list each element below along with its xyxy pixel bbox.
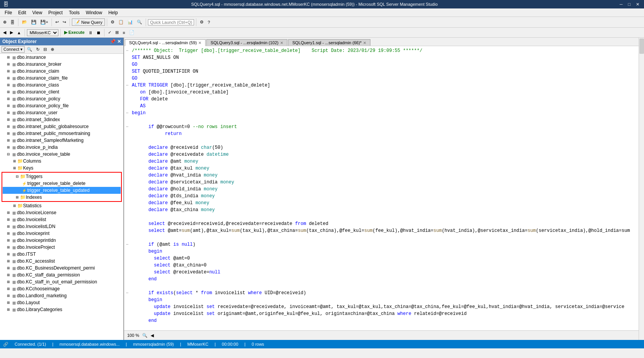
oe-collapse-button[interactable]: ⊟ — [42, 46, 48, 53]
oe-refresh-button[interactable]: ↻ — [35, 46, 41, 53]
tree-item-itst[interactable]: ⊞ ▦ dbo.ITST — [0, 251, 123, 258]
tree-item-layout[interactable]: ⊞ ▦ dbo.Layout — [0, 299, 123, 306]
scrollbar-thumb[interactable] — [639, 38, 644, 54]
tree-item-intranet-public-globalresource[interactable]: ⊞ ▦ dbo.intranet_public_globalresource — [0, 123, 123, 130]
table-icon: ▦ — [11, 68, 17, 74]
collapse-btn-10[interactable]: ─ — [124, 110, 130, 117]
tree-item-indexes[interactable]: ⊞ 📁 Indexes — [3, 194, 121, 201]
save-all-button[interactable]: 💾+ — [39, 19, 50, 25]
tree-item-librarycategories[interactable]: ⊞ ▦ dbo.LibraryCategories — [0, 306, 123, 313]
toolbar-btn-2[interactable]: 📋 — [117, 19, 125, 25]
menu-help[interactable]: Help — [105, 9, 121, 16]
undo-button[interactable]: ↩ — [54, 19, 60, 25]
collapse-btn-29[interactable]: ─ — [124, 241, 130, 248]
up-button[interactable]: ▲ — [15, 30, 23, 36]
tree-item-trigger-updated[interactable]: ⚡ trigger_receive_table_updated — [3, 187, 121, 194]
tree-item-kc-businessdevelopment[interactable]: ⊞ ▦ dbo.KC_BusinessDevelopment_permi — [0, 265, 123, 271]
tree-item-keys[interactable]: ⊞ 📁 Keys — [0, 165, 123, 172]
tree-item-insurance-policy[interactable]: ⊞ ▦ dbo.insurance_policy — [0, 95, 123, 102]
tree-item-insurance-class[interactable]: ⊞ ▦ dbo.insurance_class — [0, 82, 123, 88]
tree-item-insurance-user[interactable]: ⊞ ▦ dbo.insurance_user — [0, 109, 123, 116]
oe-close-button[interactable]: ✕ — [117, 39, 121, 44]
expand-insurance[interactable]: ⊞ — [6, 55, 11, 60]
server-selector[interactable]: MMoserKC — [27, 29, 58, 36]
tree-item-landlord-marketing[interactable]: ⊞ ▦ dbo.Landlord_marketing — [0, 292, 123, 299]
toolbar-btn-4[interactable]: 🔍 — [135, 19, 144, 25]
properties-button[interactable]: ⚙ — [198, 19, 205, 25]
help-button[interactable]: ? — [206, 19, 211, 25]
tab-close-sqlquery4[interactable]: ✕ — [198, 41, 201, 45]
collapse-btn-12[interactable]: ─ — [124, 124, 130, 131]
execute-button[interactable]: ▶ Execute — [63, 29, 86, 36]
tab-sqlquery3[interactable]: SQLQuery3.sql - ...ersqladmin (102) ✕ — [206, 39, 287, 46]
tree-item-trigger-delete[interactable]: ⚡ trigger_receive_table_delete — [3, 180, 121, 187]
menu-tools[interactable]: Tools — [66, 9, 83, 16]
tree-item-invoicelicense[interactable]: ⊞ ▦ dbo.InvoiceLicense — [0, 209, 123, 216]
results-file-button[interactable]: 📄 — [128, 29, 136, 36]
cancel-button[interactable]: ⏹ — [95, 30, 102, 36]
oe-expand-button[interactable]: ⊕ — [49, 46, 56, 53]
expand-insurance-broker[interactable]: ⊞ — [6, 62, 11, 67]
db-button[interactable]: 🗄 — [9, 19, 16, 25]
tree-item-invoicelist[interactable]: ⊞ ▦ dbo.Invoicelist — [0, 216, 123, 223]
tree-item-insurance-client[interactable]: ⊞ ▦ dbo.insurance_client — [0, 88, 123, 95]
oe-pin-button[interactable]: 📌 — [110, 39, 116, 44]
tree-item-columns[interactable]: ⊞ 📁 Columns — [0, 158, 123, 165]
quick-launch-input[interactable] — [148, 19, 194, 25]
connect-button[interactable]: ⊕ — [2, 19, 8, 25]
close-button[interactable]: ✕ — [634, 2, 641, 7]
tree-item-insurance-broker[interactable]: ⊞ ▦ dbo.insurance_broker — [0, 61, 123, 68]
forward-button[interactable]: ▶ — [8, 29, 15, 36]
tree-item-intranet-3dindex[interactable]: ⊞ ▦ dbo.intranet_3dindex — [0, 116, 123, 123]
results-text-button[interactable]: ≡ — [121, 30, 126, 36]
new-query-button[interactable]: 📝 New Query — [72, 18, 105, 26]
collapse-btn-36[interactable]: ─ — [124, 290, 130, 297]
back-button[interactable]: ◀ — [2, 29, 8, 36]
menu-edit[interactable]: Edit — [15, 9, 29, 16]
minimize-button[interactable]: ─ — [618, 2, 624, 7]
tab-close-sqlquery1[interactable]: ✕ — [363, 41, 366, 45]
right-scrollbar[interactable] — [639, 38, 644, 340]
tree-item-invoiceprintidn[interactable]: ⊞ ▦ dbo.InvoiceprintIdn — [0, 237, 123, 244]
tree-item-kc-staff-data[interactable]: ⊞ ▦ dbo.KC_staff_data_permission — [0, 271, 123, 278]
save-button[interactable]: 💾 — [30, 19, 38, 25]
code-editor[interactable]: ─ /****** Object: Trigger [dbo].[trigger… — [124, 46, 639, 330]
scroll-left[interactable]: ◀ — [151, 333, 154, 338]
tree-item-invoice-p-india[interactable]: ⊞ ▦ dbo.invoice_p_india — [0, 144, 123, 151]
tree-item-invoice-receive-table[interactable]: ⊟ ▦ dbo.invoice_receive_table — [0, 151, 123, 158]
tree-item-insurance-claim[interactable]: ⊞ ▦ dbo.insurance_claim — [0, 68, 123, 75]
toolbar-btn-3[interactable]: 📊 — [126, 19, 134, 25]
tree-item-intranet-public-mmosertraining[interactable]: ⊞ ▦ dbo.intranet_public_mmosertraining — [0, 130, 123, 137]
restore-button[interactable]: □ — [626, 2, 632, 7]
tree-item-statistics[interactable]: ⊞ 📁 Statistics — [0, 202, 123, 209]
menu-window[interactable]: Window — [83, 9, 105, 16]
toolbar-btn-1[interactable]: ⚙ — [109, 19, 116, 25]
menu-project[interactable]: Project — [45, 9, 66, 16]
tree-item-kc-accesslist[interactable]: ⊞ ▦ dbo.KC_accesslist — [0, 258, 123, 265]
collapse-btn-6[interactable]: ─ — [124, 82, 130, 89]
tree-item-invoiceprint[interactable]: ⊞ ▦ dbo.Invoiceprint — [0, 230, 123, 237]
parse-button[interactable]: ✓ — [106, 29, 113, 36]
oe-connect-button[interactable]: Connect ▾ — [2, 46, 25, 53]
debug-button[interactable]: ⏸ — [87, 30, 94, 36]
results-grid-button[interactable]: ⊞ — [114, 29, 120, 36]
tree-item-insurance-claim-file[interactable]: ⊞ ▦ dbo.insurance_claim_file — [0, 75, 123, 82]
collapse-btn-1[interactable]: ─ — [124, 48, 130, 55]
code-line-12: ─ if @@rowcount=0 --no rows insert — [124, 124, 639, 131]
tree-item-insurance-policy-file[interactable]: ⊞ ▦ dbo.insurance_policy_file — [0, 102, 123, 109]
tree-item-insurance[interactable]: ⊞ ▦ dbo.insurance — [0, 54, 123, 61]
menu-view[interactable]: View — [29, 9, 45, 16]
tab-sqlquery4[interactable]: SQLQuery4.sql - ...sersqladmin (59) ✕ — [125, 39, 206, 46]
tree-item-invoicelistldn[interactable]: ⊞ ▦ dbo.InvoicelistLDN — [0, 223, 123, 230]
redo-button[interactable]: ↪ — [61, 19, 68, 25]
tree-item-kcchooseimage[interactable]: ⊞ ▦ dbo.KCchooseimage — [0, 285, 123, 292]
tab-close-sqlquery3[interactable]: ✕ — [280, 41, 283, 45]
tab-sqlquery1[interactable]: SQLQuery1.sql - ...sersqladmin (66)* ✕ — [288, 39, 370, 46]
tree-item-invoiceproject[interactable]: ⊞ ▦ dbo.InvoiceProject — [0, 244, 123, 251]
tree-item-triggers-folder[interactable]: ⊟ 📁 Triggers — [3, 173, 121, 180]
menu-file[interactable]: File — [2, 9, 15, 16]
tree-item-intranet-sampleofmarketing[interactable]: ⊞ ▦ dbo.intranet_SampleofMarketing — [0, 137, 123, 144]
oe-filter-button[interactable]: 🔍 — [25, 46, 34, 53]
open-button[interactable]: 📂 — [20, 19, 29, 25]
tree-item-kc-staff-in-out[interactable]: ⊞ ▦ dbo.KC_staff_in_out_email_permission — [0, 278, 123, 285]
